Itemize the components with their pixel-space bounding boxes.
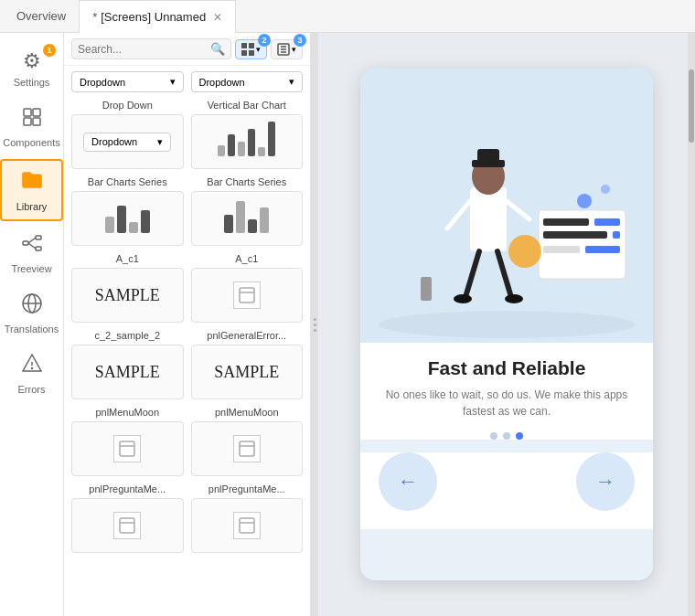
comp-barchart1-preview[interactable] (71, 191, 184, 246)
phone-dots (379, 432, 635, 440)
svg-point-55 (508, 235, 541, 268)
library-icon (20, 168, 44, 197)
comp-c2sample-preview[interactable]: SAMPLE (71, 345, 184, 399)
comp-vbarchart-label: Vertical Bar Chart (191, 100, 304, 111)
comp-pnlpreguntaa: pnlPreguntaMe... (71, 483, 184, 553)
comp-barchart2: Bar Charts Series (191, 176, 304, 246)
panel-icon-ac1b (233, 281, 261, 309)
tab-unnamed-label: [Screens] Unnamed (101, 10, 206, 24)
phone-text-area: Fast and Reliable No ones like to wait, … (360, 343, 653, 440)
canvas-scrollbar-thumb-right[interactable] (689, 69, 694, 143)
comp-c2sample-label: c_2_sample_2 (71, 330, 184, 341)
search-input[interactable] (78, 43, 210, 56)
sample-text-c2: SAMPLE (95, 363, 160, 382)
comp-pnlpreguntaa-preview[interactable] (71, 498, 184, 553)
sidebar-item-treeview[interactable]: Treeview (0, 225, 63, 281)
svg-rect-4 (23, 241, 28, 245)
tab-unnamed[interactable]: * [Screens] Unnamed ✕ (79, 0, 236, 33)
svg-line-8 (28, 243, 36, 249)
svg-rect-3 (33, 118, 40, 125)
comp-pnlgeneral: pnlGeneralError... SAMPLE (191, 330, 304, 399)
components-icon (21, 106, 43, 133)
svg-rect-34 (470, 187, 507, 251)
comp-barchart1-label: Bar Charts Series (71, 176, 184, 187)
phone-buttons: ← → (360, 452, 653, 529)
svg-rect-46 (594, 218, 620, 226)
svg-rect-6 (36, 247, 41, 250)
treeview-icon (21, 232, 43, 260)
sample-text-pnl: SAMPLE (214, 363, 279, 382)
comp-ac1b: A_c1 (191, 253, 304, 323)
sidebar-components-label: Components (3, 137, 59, 148)
comp-vbarchart-preview[interactable] (191, 114, 304, 169)
errors-icon (21, 353, 43, 380)
comp-pnlmenua-preview[interactable] (71, 421, 184, 476)
comp-pnlmenub: pnlMenuMoon (191, 407, 304, 476)
comp-dropdown-preview[interactable]: Dropdown▾ (71, 114, 184, 169)
tab-overview[interactable]: Overview (4, 0, 79, 33)
translations-icon (21, 292, 43, 320)
comp-barchart2-label: Bar Charts Series (191, 176, 304, 187)
svg-rect-30 (240, 518, 254, 533)
comp-barchart1: Bar Charts Series (71, 176, 184, 246)
sidebar-library-label: Library (16, 201, 48, 212)
svg-point-41 (505, 294, 523, 303)
tab-bar: Overview * [Screens] Unnamed ✕ (0, 0, 695, 33)
comp-pnlpreguntaa-label: pnlPreguntaMe... (71, 483, 184, 494)
tab-overview-label: Overview (16, 9, 66, 23)
sidebar-item-library[interactable]: Library (0, 159, 63, 221)
dot-3 (516, 432, 523, 440)
comp-ac1a: A_c1 SAMPLE (71, 253, 184, 323)
comp-ac1b-label: A_c1 (191, 253, 304, 264)
settings-badge: 1 (43, 44, 56, 57)
svg-point-13 (31, 368, 32, 369)
sidebar-settings-wrap: ⚙ Settings 1 (0, 42, 63, 95)
svg-rect-17 (249, 50, 254, 56)
search-box: 🔍 (71, 38, 231, 59)
svg-rect-24 (120, 441, 134, 456)
sidebar-item-errors[interactable]: Errors (0, 345, 63, 402)
grid-badge: 2 (258, 34, 271, 47)
svg-rect-49 (543, 246, 580, 253)
sidebar-item-translations[interactable]: Translations (0, 285, 63, 342)
comp-pnlgeneral-preview[interactable]: SAMPLE (191, 345, 304, 399)
svg-rect-28 (120, 518, 134, 533)
phone-preview: Fast and Reliable No ones like to wait, … (360, 69, 653, 580)
panel-icon-menub (233, 435, 261, 462)
panel-icon-preguntab (233, 512, 261, 539)
top-dropdown-2[interactable]: Dropdown▾ (191, 71, 304, 92)
panel-icon-preguntaa (113, 512, 141, 539)
nav-prev-button[interactable]: ← (379, 452, 437, 511)
comp-pnlmenub-preview[interactable] (191, 421, 304, 476)
comp-ac1b-preview[interactable] (191, 268, 304, 323)
tab-unnamed-title: * [Screens] Unnamed (92, 10, 206, 24)
svg-rect-50 (585, 246, 620, 253)
svg-rect-26 (240, 441, 254, 456)
comp-barchart2-preview[interactable] (191, 191, 304, 246)
top-dropdown-1[interactable]: Dropdown▾ (71, 71, 184, 92)
panel-resize-handle[interactable] (311, 33, 318, 616)
comp-pnlpreguntab-label: pnlPreguntaMe... (191, 483, 304, 494)
svg-rect-45 (543, 218, 589, 226)
sidebar-treeview-label: Treeview (11, 263, 51, 274)
nav-next-button[interactable]: → (576, 452, 635, 511)
sample-text-ac1a: SAMPLE (95, 286, 160, 305)
library-panel: 🔍 ▾ 2 ▾ 3 (64, 33, 311, 616)
comp-ac1a-label: A_c1 (71, 253, 184, 264)
dot-1 (490, 432, 497, 440)
tab-close-button[interactable]: ✕ (213, 11, 222, 24)
svg-point-53 (577, 194, 592, 208)
comp-pnlpreguntab: pnlPreguntaMe... (191, 483, 304, 553)
comp-pnlpreguntab-preview[interactable] (191, 498, 304, 553)
comp-c2sample: c_2_sample_2 SAMPLE (71, 330, 184, 399)
svg-rect-16 (241, 50, 247, 56)
svg-point-40 (454, 294, 472, 303)
svg-rect-5 (36, 236, 41, 239)
svg-rect-2 (24, 118, 31, 125)
canvas-scrollbar-right[interactable] (688, 33, 695, 616)
comp-ac1a-preview[interactable]: SAMPLE (71, 268, 184, 323)
sidebar-settings-label: Settings (14, 77, 50, 88)
sidebar-item-components[interactable]: Components (0, 99, 63, 155)
comp-pnlmenub-label: pnlMenuMoon (191, 407, 304, 418)
panel-icon-menua (113, 435, 141, 462)
